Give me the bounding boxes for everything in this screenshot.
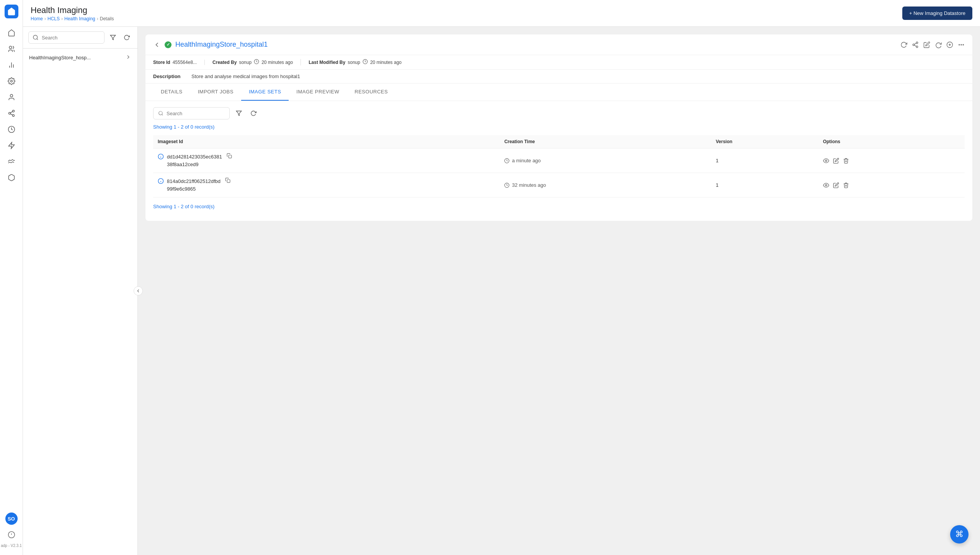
status-indicator — [165, 41, 172, 48]
modified-clock-icon — [363, 59, 368, 65]
created-by-label: Created By — [212, 60, 237, 65]
svg-point-4 — [8, 113, 10, 114]
page-title: Health Imaging — [31, 5, 114, 15]
description-label: Description — [153, 73, 188, 79]
share-header-icon[interactable] — [912, 41, 919, 48]
home-icon[interactable] — [5, 26, 18, 40]
created-at: 20 minutes ago — [261, 60, 293, 65]
svg-point-13 — [33, 35, 38, 39]
topbar-left: Health Imaging Home › HCLS › Health Imag… — [31, 5, 114, 21]
last-modified-user: sonup — [348, 60, 360, 65]
col-imageset-id: Imageset Id — [153, 135, 500, 149]
view-row2-icon[interactable] — [823, 182, 829, 188]
table-search-icon — [158, 110, 163, 116]
record-count-bottom: Showing 1 - 2 of 0 record(s) — [153, 204, 965, 209]
copy-id1-icon[interactable] — [227, 153, 232, 160]
edit-row1-icon[interactable] — [833, 158, 839, 164]
copy-id2-icon[interactable] — [225, 178, 230, 184]
svg-point-17 — [913, 44, 915, 46]
history-header-icon[interactable] — [935, 41, 942, 48]
info-row1-icon[interactable] — [158, 153, 164, 161]
options-cell-1 — [818, 149, 965, 173]
detail-header-left: HealthImagingStore_hospital1 — [153, 41, 268, 49]
new-imaging-datastore-button[interactable]: + New Imaging Datastore — [902, 7, 972, 20]
svg-point-5 — [12, 114, 14, 116]
app-logo[interactable] — [5, 5, 18, 18]
creation-time-cell-2: 32 minutes ago — [500, 173, 711, 198]
table-search-input[interactable] — [167, 111, 225, 116]
table-toolbar — [153, 107, 965, 119]
settings-icon[interactable] — [5, 74, 18, 88]
svg-point-1 — [10, 80, 12, 82]
tab-details[interactable]: DETAILS — [153, 83, 190, 101]
delete-row2-icon[interactable] — [843, 182, 849, 188]
users-icon[interactable] — [5, 42, 18, 56]
detail-card: HealthImagingStore_hospital1 — [145, 34, 972, 221]
view-row1-icon[interactable] — [823, 158, 829, 164]
left-search-box[interactable] — [28, 31, 105, 44]
more-options-icon[interactable] — [958, 41, 965, 48]
imageset-id-cell-2: 814a0dc21ff062512dfbd 99f9e6c9865 — [153, 173, 500, 198]
edit-header-icon[interactable] — [923, 41, 930, 48]
collapse-panel-button[interactable] — [134, 286, 143, 295]
store-list-item-label: HealthImagingStore_hosp... — [29, 55, 91, 60]
breadcrumb-home[interactable]: Home — [31, 16, 43, 21]
left-search-input[interactable] — [42, 35, 100, 41]
svg-point-37 — [825, 160, 827, 162]
content-area: HealthImagingStore_hosp... — [23, 27, 980, 555]
user-avatar[interactable]: SO — [5, 513, 18, 525]
table-search-box[interactable] — [153, 107, 230, 119]
info-row2-icon[interactable] — [158, 178, 164, 185]
breadcrumb-hcls[interactable]: HCLS — [47, 16, 60, 21]
person-icon[interactable] — [5, 90, 18, 104]
breadcrumb: Home › HCLS › Health Imaging › Details — [31, 16, 114, 21]
tab-imagesets[interactable]: IMAGE SETS — [241, 83, 289, 101]
svg-rect-35 — [229, 155, 232, 158]
main-area: Health Imaging Home › HCLS › Health Imag… — [23, 0, 980, 555]
tab-resources[interactable]: RESOURCES — [347, 83, 395, 101]
clock-row1-icon — [504, 158, 510, 163]
clock-icon[interactable] — [5, 122, 18, 136]
wave-icon[interactable] — [5, 155, 18, 168]
topbar: Health Imaging Home › HCLS › Health Imag… — [23, 0, 980, 27]
edit-row2-icon[interactable] — [833, 182, 839, 188]
delete-row1-icon[interactable] — [843, 158, 849, 164]
tab-import-jobs[interactable]: IMPORT JOBS — [190, 83, 241, 101]
analytics-icon[interactable] — [5, 58, 18, 72]
table-header-row: Imageset Id Creation Time Version Option… — [153, 135, 965, 149]
svg-line-14 — [37, 39, 38, 40]
svg-point-2 — [10, 95, 13, 97]
store-list-item[interactable]: HealthImagingStore_hosp... — [23, 49, 137, 67]
breadcrumb-health-imaging[interactable]: Health Imaging — [64, 16, 95, 21]
filter-icon[interactable] — [108, 32, 118, 43]
sync-icon[interactable] — [900, 41, 907, 48]
svg-point-3 — [12, 110, 14, 112]
tab-image-preview[interactable]: IMAGE PREVIEW — [289, 83, 347, 101]
col-options: Options — [818, 135, 965, 149]
svg-point-43 — [825, 184, 827, 186]
fab-button[interactable]: ⌘ — [950, 525, 969, 544]
info-icon[interactable] — [5, 529, 18, 541]
clock-row2-icon — [504, 183, 510, 188]
description-value: Store and analyse medical images from ho… — [191, 73, 300, 79]
app-version: adp - V2.3.1 — [1, 543, 21, 548]
lightning-icon[interactable] — [5, 139, 18, 152]
table-refresh-icon[interactable] — [248, 108, 259, 119]
download-header-icon[interactable] — [946, 41, 953, 48]
chevron-right-icon — [125, 54, 131, 61]
refresh-icon[interactable] — [121, 32, 132, 43]
detail-header: HealthImagingStore_hospital1 — [145, 34, 972, 55]
svg-point-26 — [963, 44, 964, 45]
back-button[interactable] — [153, 41, 161, 49]
last-modified-label: Last Modified By — [309, 60, 345, 65]
version-cell-1: 1 — [711, 149, 818, 173]
box-icon[interactable] — [5, 171, 18, 184]
left-panel-search-bar — [23, 27, 137, 49]
table-section: Showing 1 - 2 of 0 record(s) Imageset Id… — [145, 101, 972, 221]
imageset-id-text-2: 814a0dc21ff062512dfbd 99f9e6c9865 — [167, 178, 220, 193]
svg-point-0 — [9, 46, 12, 49]
imageset-id-cell-1: dd1d4281423035ec6381 38f8aa12ced9 — [153, 149, 500, 173]
share-icon[interactable] — [5, 106, 18, 120]
right-panel: HealthImagingStore_hospital1 — [138, 27, 980, 555]
table-filter-icon[interactable] — [234, 108, 244, 119]
